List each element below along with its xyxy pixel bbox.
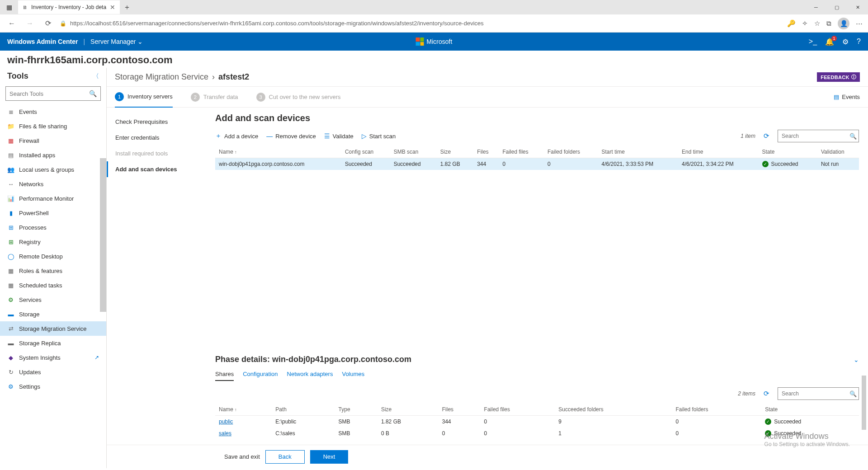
- collapse-phase-icon[interactable]: ⌄: [854, 356, 859, 363]
- col-size[interactable]: Size: [437, 146, 473, 158]
- tab-shares[interactable]: Shares: [215, 368, 234, 381]
- browser-tab[interactable]: 🗎 Inventory - Inventory - Job deta ✕: [18, 0, 120, 14]
- col-path[interactable]: Path: [272, 404, 335, 416]
- substep-check-prerequisites[interactable]: Check Prerequisites: [107, 114, 206, 130]
- wizard-step-3[interactable]: 3 Cut over to the new servers: [256, 87, 341, 107]
- col-state[interactable]: State: [759, 146, 817, 158]
- wizard-step-1[interactable]: 1 Inventory servers: [115, 87, 173, 108]
- substep-add-and-scan-devices[interactable]: Add and scan devices: [107, 161, 206, 177]
- tool-item-events[interactable]: ≣Events: [0, 104, 106, 119]
- refresh-shares-icon[interactable]: ⟳: [764, 390, 769, 398]
- col-state[interactable]: State: [761, 404, 859, 416]
- tools-search-input[interactable]: [9, 90, 89, 97]
- col-type[interactable]: Type: [335, 404, 377, 416]
- tool-item-local-users-groups[interactable]: 👥Local users & groups: [0, 162, 106, 177]
- tool-item-registry[interactable]: ⊞Registry: [0, 235, 106, 249]
- save-exit-link[interactable]: Save and exit: [224, 453, 260, 460]
- col-size[interactable]: Size: [377, 404, 439, 416]
- remove-device-button[interactable]: —Remove device: [266, 132, 316, 140]
- col-start-time[interactable]: Start time: [598, 146, 678, 158]
- help-icon[interactable]: ?: [857, 38, 861, 46]
- tool-item-firewall[interactable]: ▦Firewall: [0, 133, 106, 148]
- share-link[interactable]: sales: [219, 430, 231, 437]
- tool-item-storage-replica[interactable]: ▬Storage Replica: [0, 336, 106, 350]
- tool-item-updates[interactable]: ↻Updates: [0, 365, 106, 379]
- search-icon[interactable]: 🔍: [849, 133, 857, 140]
- events-link[interactable]: ▤ Events: [834, 94, 860, 100]
- col-smb-scan[interactable]: SMB scan: [390, 146, 437, 158]
- tool-item-settings[interactable]: ⚙Settings: [0, 379, 106, 394]
- tab-configuration[interactable]: Configuration: [243, 368, 278, 381]
- back-button[interactable]: Back: [265, 450, 305, 464]
- favorite-icon[interactable]: ☆: [814, 19, 820, 28]
- col-failed-files[interactable]: Failed files: [481, 404, 555, 416]
- url-field[interactable]: 🔒 https://localhost:6516/servermanager/c…: [60, 20, 782, 27]
- share-link[interactable]: public: [219, 418, 233, 425]
- search-icon[interactable]: 🔍: [89, 90, 97, 97]
- col-config-scan[interactable]: Config scan: [341, 146, 390, 158]
- search-icon[interactable]: 🔍: [849, 390, 857, 397]
- tool-item-roles-features[interactable]: ▦Roles & features: [0, 263, 106, 278]
- scrollbar[interactable]: [862, 376, 866, 430]
- tool-item-scheduled-tasks[interactable]: ▦Scheduled tasks: [0, 278, 106, 292]
- col-name[interactable]: Name: [215, 404, 272, 416]
- share-row[interactable]: publicE:\publicSMB1.82 GB344090✓Succeede…: [215, 416, 859, 428]
- devices-search-input[interactable]: [782, 133, 849, 139]
- col-files[interactable]: Files: [473, 146, 499, 158]
- start-scan-button[interactable]: ▷Start scan: [362, 132, 396, 140]
- tool-item-services[interactable]: ⚙Services: [0, 292, 106, 307]
- tool-item-networks[interactable]: ↔Networks: [0, 177, 106, 191]
- notifications-icon[interactable]: 🔔: [825, 38, 834, 46]
- col-validation[interactable]: Validation: [817, 146, 859, 158]
- col-failed-files[interactable]: Failed files: [499, 146, 544, 158]
- col-files[interactable]: Files: [439, 404, 481, 416]
- tab-close-icon[interactable]: ✕: [110, 4, 115, 11]
- validate-button[interactable]: ☰Validate: [324, 132, 354, 140]
- devices-search[interactable]: 🔍: [778, 130, 859, 142]
- tools-search[interactable]: 🔍: [5, 86, 101, 101]
- tool-item-performance-monitor[interactable]: 📊Performance Monitor: [0, 191, 106, 206]
- tool-item-storage-migration-service[interactable]: ⇄Storage Migration Service: [0, 321, 106, 336]
- collections-icon[interactable]: ⧉: [826, 19, 831, 28]
- col-succeeded-folders[interactable]: Succeeded folders: [555, 404, 672, 416]
- feedback-button[interactable]: FEEDBACK ⓘ: [817, 72, 860, 82]
- col-end-time[interactable]: End time: [678, 146, 758, 158]
- nav-back-button[interactable]: ←: [5, 17, 18, 30]
- next-button[interactable]: Next: [310, 450, 349, 464]
- add-device-button[interactable]: ＋Add a device: [215, 132, 258, 140]
- scrollbar[interactable]: [100, 158, 106, 312]
- col-name[interactable]: Name: [215, 146, 341, 158]
- settings-icon[interactable]: ⚙: [842, 38, 849, 46]
- tool-item-storage[interactable]: ▬Storage: [0, 307, 106, 321]
- window-minimize-button[interactable]: ─: [806, 0, 826, 14]
- device-row[interactable]: win-dobj0p41pga.corp.contoso.comSucceede…: [215, 158, 859, 170]
- tool-item-files-file-sharing[interactable]: 📁Files & file sharing: [0, 119, 106, 133]
- share-row[interactable]: salesC:\salesSMB0 B0010✓Succeeded: [215, 428, 859, 439]
- tool-item-system-insights[interactable]: ◆System Insights↗: [0, 350, 106, 365]
- shares-search[interactable]: 🔍: [778, 387, 859, 400]
- tool-item-installed-apps[interactable]: ▤Installed apps: [0, 148, 106, 162]
- col-failed-folders[interactable]: Failed folders: [544, 146, 598, 158]
- tool-item-powershell[interactable]: ▮PowerShell: [0, 206, 106, 220]
- refresh-devices-icon[interactable]: ⟳: [764, 132, 769, 140]
- new-tab-button[interactable]: ＋: [120, 3, 134, 12]
- profile-avatar[interactable]: 👤: [838, 18, 849, 29]
- cloud-shell-icon[interactable]: >_: [809, 38, 817, 46]
- col-failed-folders[interactable]: Failed folders: [672, 404, 762, 416]
- tool-item-remote-desktop[interactable]: ◯Remote Desktop: [0, 249, 106, 263]
- product-name[interactable]: Windows Admin Center: [7, 38, 78, 45]
- nav-refresh-button[interactable]: ⟳: [42, 17, 54, 30]
- tool-item-processes[interactable]: ⊞Processes: [0, 220, 106, 235]
- tab-network-adapters[interactable]: Network adapters: [287, 368, 333, 381]
- reader-icon[interactable]: ✧: [802, 19, 808, 28]
- breadcrumb-parent[interactable]: Storage Migration Service: [115, 72, 208, 82]
- tab-volumes[interactable]: Volumes: [342, 368, 364, 381]
- nav-forward-button[interactable]: →: [24, 17, 36, 30]
- collapse-tools-icon[interactable]: 〈: [93, 72, 99, 80]
- wizard-step-2[interactable]: 2 Transfer data: [191, 87, 238, 107]
- context-dropdown[interactable]: Server Manager ⌄: [90, 38, 143, 45]
- substep-enter-credentials[interactable]: Enter credentials: [107, 130, 206, 146]
- shares-search-input[interactable]: [782, 390, 849, 397]
- more-icon[interactable]: ⋯: [856, 19, 863, 28]
- key-icon[interactable]: 🔑: [787, 19, 796, 28]
